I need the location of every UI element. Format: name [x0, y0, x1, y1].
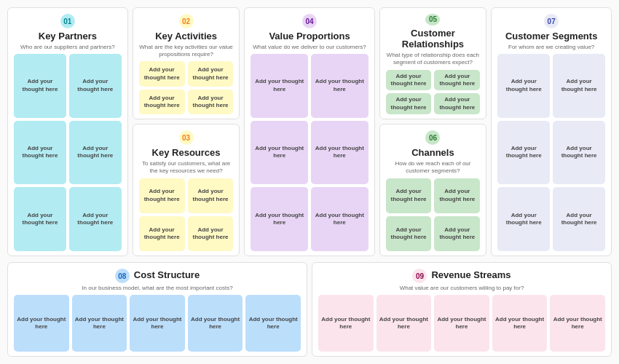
- card[interactable]: Add your thought here: [434, 93, 480, 114]
- key-partners-cards: Add your thought here Add your thought h…: [14, 54, 122, 251]
- value-propositions-cell: 04 Value Proportions What value do we de…: [244, 7, 374, 256]
- key-resources-cell: 03 Key Resources To satisfy our customer…: [133, 124, 240, 256]
- card[interactable]: Add your thought here: [376, 295, 432, 352]
- value-propositions-title: Value Proportions: [269, 31, 350, 42]
- card[interactable]: Add your thought here: [188, 216, 234, 251]
- value-propositions-number: 04: [302, 14, 317, 28]
- card[interactable]: Add your thought here: [251, 187, 308, 251]
- cost-structure-number: 08: [115, 269, 130, 283]
- card[interactable]: Add your thought here: [251, 121, 308, 185]
- card[interactable]: Add your thought here: [72, 295, 127, 352]
- revenue-streams-title: Revenue Streams: [431, 269, 510, 281]
- customer-segments-cards: Add your thought here Add your thought h…: [497, 54, 605, 251]
- customer-relationships-subtitle: What type of relationship does each segm…: [386, 52, 481, 67]
- card[interactable]: Add your thought here: [386, 70, 432, 91]
- value-propositions-subtitle: What value do we deliver to our customer…: [253, 44, 366, 51]
- card[interactable]: Add your thought here: [188, 61, 234, 86]
- card[interactable]: Add your thought here: [139, 61, 185, 86]
- key-partners-number: 01: [60, 14, 75, 28]
- card[interactable]: Add your thought here: [245, 295, 301, 352]
- channels-cards: Add your thought here Add your thought h…: [386, 178, 481, 251]
- channels-cell: 06 Channels How do we reach each of our …: [379, 124, 487, 256]
- key-activities-title: Key Activities: [155, 31, 217, 42]
- revenue-streams-cards: Add your thought here Add your thought h…: [318, 295, 605, 352]
- card[interactable]: Add your thought here: [434, 178, 480, 213]
- key-activities-cell: 02 Key Activities What are the key activ…: [133, 7, 240, 119]
- card[interactable]: Add your thought here: [434, 216, 480, 251]
- card[interactable]: Add your thought here: [497, 121, 550, 185]
- mid-left: 02 Key Activities What are the key activ…: [133, 7, 240, 256]
- card[interactable]: Add your thought here: [14, 54, 66, 118]
- card[interactable]: Add your thought here: [14, 187, 66, 251]
- card[interactable]: Add your thought here: [553, 121, 605, 185]
- card[interactable]: Add your thought here: [434, 295, 489, 352]
- card[interactable]: Add your thought here: [139, 90, 185, 114]
- card[interactable]: Add your thought here: [14, 295, 69, 352]
- card[interactable]: Add your thought here: [386, 216, 432, 251]
- card[interactable]: Add your thought here: [318, 295, 374, 352]
- top-section: 01 Key Partners Who are our suppliers an…: [7, 7, 612, 256]
- card[interactable]: Add your thought here: [188, 90, 234, 114]
- key-resources-subtitle: To satisfy our customers, what are the k…: [139, 160, 234, 175]
- customer-relationships-cell: 05 Customer Relationships What type of r…: [379, 7, 487, 119]
- card[interactable]: Add your thought here: [311, 54, 368, 118]
- card[interactable]: Add your thought here: [386, 178, 432, 213]
- card[interactable]: Add your thought here: [130, 295, 185, 352]
- cost-structure-title: Cost Structure: [134, 269, 200, 281]
- key-resources-title: Key Resources: [152, 147, 221, 159]
- card[interactable]: Add your thought here: [553, 187, 605, 251]
- customer-relationships-cards: Add your thought here Add your thought h…: [386, 70, 481, 115]
- card[interactable]: Add your thought here: [311, 187, 368, 251]
- revenue-streams-subtitle: What value are our customers willing to …: [400, 285, 524, 292]
- card[interactable]: Add your thought here: [139, 178, 185, 213]
- card[interactable]: Add your thought here: [550, 295, 605, 352]
- customer-relationships-title: Customer Relationships: [386, 28, 481, 50]
- customer-relationships-number: 05: [425, 14, 440, 25]
- revenue-streams-number: 09: [412, 269, 427, 283]
- card[interactable]: Add your thought here: [386, 93, 432, 114]
- card[interactable]: Add your thought here: [492, 295, 548, 352]
- key-activities-number: 02: [179, 14, 194, 28]
- card[interactable]: Add your thought here: [553, 54, 605, 118]
- mid-right: 05 Customer Relationships What type of r…: [379, 7, 487, 256]
- key-partners-cell: 01 Key Partners Who are our suppliers an…: [7, 7, 128, 256]
- channels-subtitle: How do we reach each of our customer seg…: [386, 160, 481, 175]
- cost-structure-cell: 08 Cost Structure In our business model,…: [7, 262, 307, 357]
- value-propositions-cards: Add your thought here Add your thought h…: [251, 54, 368, 251]
- key-partners-subtitle: Who are our suppliers and partners?: [20, 44, 115, 51]
- customer-segments-cell: 07 Customer Segments For whom are we cre…: [491, 7, 612, 256]
- channels-number: 06: [425, 130, 440, 145]
- card[interactable]: Add your thought here: [14, 121, 66, 185]
- card[interactable]: Add your thought here: [497, 54, 550, 118]
- customer-segments-number: 07: [544, 14, 559, 28]
- key-resources-number: 03: [179, 130, 194, 145]
- bottom-section: 08 Cost Structure In our business model,…: [7, 262, 612, 357]
- cost-structure-subtitle: In our business model, what are the most…: [82, 285, 232, 292]
- card[interactable]: Add your thought here: [69, 121, 122, 185]
- key-resources-cards: Add your thought here Add your thought h…: [139, 178, 234, 251]
- key-activities-cards: Add your thought here Add your thought h…: [139, 61, 234, 114]
- key-activities-subtitle: What are the key activities our value pr…: [139, 44, 234, 59]
- card[interactable]: Add your thought here: [497, 187, 550, 251]
- customer-segments-subtitle: For whom are we creating value?: [508, 44, 594, 51]
- cost-structure-cards: Add your thought here Add your thought h…: [14, 295, 301, 352]
- customer-segments-title: Customer Segments: [505, 31, 597, 42]
- canvas: 01 Key Partners Who are our suppliers an…: [0, 0, 619, 364]
- channels-title: Channels: [411, 147, 454, 159]
- revenue-streams-cell: 09 Revenue Streams What value are our cu…: [312, 262, 612, 357]
- card[interactable]: Add your thought here: [139, 216, 185, 251]
- card[interactable]: Add your thought here: [188, 295, 243, 352]
- card[interactable]: Add your thought here: [188, 178, 234, 213]
- card[interactable]: Add your thought here: [69, 54, 122, 118]
- card[interactable]: Add your thought here: [251, 54, 308, 118]
- card[interactable]: Add your thought here: [434, 70, 480, 91]
- key-partners-title: Key Partners: [39, 31, 97, 42]
- card[interactable]: Add your thought here: [311, 121, 368, 185]
- card[interactable]: Add your thought here: [69, 187, 122, 251]
